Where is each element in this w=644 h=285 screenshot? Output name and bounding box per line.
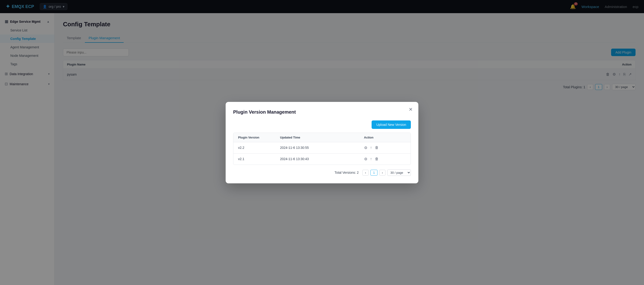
col-time-header: Updated Time bbox=[280, 136, 364, 139]
modal-title: Plugin Version Management bbox=[233, 109, 411, 115]
configure-btn-1[interactable]: ⚙ bbox=[364, 146, 367, 150]
modal-close-button[interactable]: ✕ bbox=[409, 107, 413, 112]
total-versions-label: Total Versions: 2 bbox=[334, 171, 359, 174]
version-cell-2: v2.1 bbox=[238, 157, 280, 161]
modal-current-page[interactable]: 1 bbox=[370, 170, 377, 176]
action-cell-1: ⚙ ↑ 🗑 bbox=[364, 146, 406, 150]
version-row-1: v2.2 2024-11-6 13:30:55 ⚙ ↑ 🗑 bbox=[234, 142, 410, 154]
version-table-header: Plugin Version Updated Time Action bbox=[234, 133, 410, 142]
modal-page-size-select[interactable]: 30 / page 50 / page 100 / page bbox=[387, 170, 411, 176]
delete-btn-1[interactable]: 🗑 bbox=[375, 146, 379, 150]
modal-overlay: Plugin Version Management ✕ Upload New V… bbox=[0, 0, 644, 285]
plugin-version-modal: Plugin Version Management ✕ Upload New V… bbox=[226, 102, 418, 183]
modal-next-page[interactable]: › bbox=[379, 170, 386, 176]
col-version-header: Plugin Version bbox=[238, 136, 280, 139]
configure-btn-2[interactable]: ⚙ bbox=[364, 157, 367, 161]
action-cell-2: ⚙ ↑ 🗑 bbox=[364, 157, 406, 161]
upload-btn-2[interactable]: ↑ bbox=[370, 157, 372, 161]
time-cell-2: 2024-11-6 13:30:43 bbox=[280, 157, 364, 161]
upload-btn-1[interactable]: ↑ bbox=[370, 146, 372, 150]
upload-new-version-button[interactable]: Upload New Version bbox=[372, 120, 411, 129]
col-modal-action-header: Action bbox=[364, 136, 406, 139]
time-cell-1: 2024-11-6 13:30:55 bbox=[280, 146, 364, 150]
version-table: Plugin Version Updated Time Action v2.2 … bbox=[233, 133, 411, 165]
delete-btn-2[interactable]: 🗑 bbox=[375, 157, 379, 161]
version-pagination: Total Versions: 2 ‹ 1 › 30 / page 50 / p… bbox=[233, 170, 411, 176]
version-cell-1: v2.2 bbox=[238, 146, 280, 150]
modal-prev-page[interactable]: ‹ bbox=[362, 170, 368, 176]
modal-toolbar: Upload New Version bbox=[233, 120, 411, 129]
version-row-2: v2.1 2024-11-6 13:30:43 ⚙ ↑ 🗑 bbox=[234, 154, 410, 165]
